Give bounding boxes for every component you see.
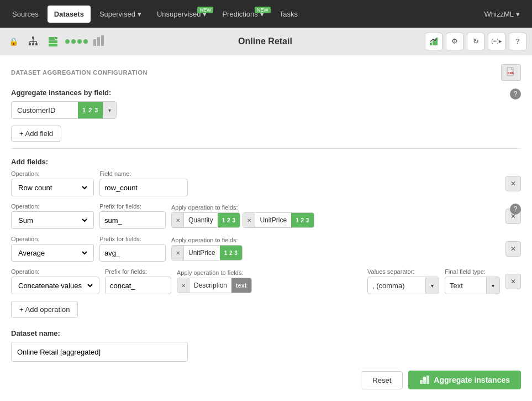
- tree-icon[interactable]: [25, 34, 41, 49]
- finaltype-arrow-icon[interactable]: ▾: [486, 277, 499, 294]
- svg-rect-0: [32, 37, 34, 39]
- op4-separator-label: Values separator:: [367, 268, 439, 275]
- operation-row-2: Operation: Sum Prefix for fields: Apply …: [11, 203, 521, 229]
- nav-tasks[interactable]: Tasks: [273, 6, 304, 23]
- op1-remove-button[interactable]: ✕: [505, 176, 521, 191]
- op2-operation-dropdown[interactable]: Sum: [16, 216, 89, 225]
- svg-rect-14: [97, 37, 100, 46]
- svg-rect-10: [49, 40, 57, 43]
- op4-fields-container: ✕ Description text: [177, 278, 362, 293]
- op4-separator-select[interactable]: , (comma) ▾: [367, 277, 439, 294]
- chevron-down-icon: ▾: [138, 10, 141, 18]
- predictions-badge: NEW: [255, 7, 271, 13]
- op3-operation-dropdown[interactable]: Average: [16, 248, 89, 258]
- chart-bars-icon: [92, 34, 106, 49]
- op4-operation-select[interactable]: Concatenate values: [11, 277, 99, 294]
- svg-point-19: [436, 37, 438, 39]
- op4-finaltype-value: Text: [445, 282, 486, 290]
- op2-prefix-group: Prefix for fields:: [99, 203, 166, 229]
- gear-button[interactable]: ⚙: [446, 33, 463, 50]
- op2-field-quantity-remove[interactable]: ✕: [172, 213, 184, 227]
- operation-row-1: Operation: Row count Field name: ✕: [11, 170, 521, 196]
- op1-operation-select[interactable]: Row count: [11, 179, 94, 196]
- op4-operation-dropdown[interactable]: Concatenate values: [16, 281, 94, 290]
- op2-operation-select[interactable]: Sum: [11, 211, 94, 229]
- op1-operation-group: Operation: Row count: [11, 170, 94, 196]
- op2-field-quantity-badge: 1 2 3: [218, 213, 240, 227]
- op3-field-unitprice-remove[interactable]: ✕: [172, 246, 184, 260]
- op4-prefix-input[interactable]: [105, 277, 171, 294]
- help-button[interactable]: ?: [509, 33, 526, 50]
- op4-operation-group: Operation: Concatenate values: [11, 268, 99, 294]
- op2-field-unitprice: ✕ UnitPrice 1 2 3: [243, 212, 314, 228]
- op4-remove-button[interactable]: ✕: [505, 274, 521, 289]
- op4-field-description-remove[interactable]: ✕: [177, 278, 189, 293]
- status-dots: [65, 39, 88, 44]
- main-content: DATASET AGGREGATION CONFIGURATION PDF ? …: [0, 55, 532, 401]
- op2-operation-group: Operation: Sum: [11, 203, 94, 229]
- layers-icon[interactable]: [45, 34, 61, 49]
- svg-point-12: [55, 37, 58, 40]
- bottom-actions: Reset Aggregate instances: [11, 371, 521, 389]
- nav-whizzml[interactable]: WhizzML ▾: [478, 6, 526, 23]
- op2-field-quantity: ✕ Quantity 1 2 3: [171, 212, 240, 228]
- op2-prefix-input[interactable]: [99, 211, 166, 229]
- aggregate-button[interactable]: Aggregate instances: [408, 371, 521, 389]
- op4-field-description-name: Description: [189, 282, 231, 289]
- op4-field-description: ✕ Description text: [177, 278, 252, 293]
- op2-field-quantity-name: Quantity: [184, 216, 218, 224]
- aggregate-field-selector[interactable]: CustomerID 1 2 3 ▾: [11, 101, 117, 119]
- nav-unsupervised[interactable]: Unsupervised ▾ NEW: [150, 6, 214, 23]
- op3-field-unitprice: ✕ UnitPrice 1 2 3: [171, 245, 243, 261]
- add-field-button[interactable]: + Add field: [11, 126, 61, 142]
- op3-operation-group: Operation: Average: [11, 236, 94, 262]
- op3-remove-button[interactable]: ✕: [505, 241, 521, 257]
- svg-rect-2: [32, 43, 34, 45]
- op3-prefix-input[interactable]: [99, 244, 166, 262]
- nav-predictions[interactable]: Predictions ▾ NEW: [215, 6, 270, 23]
- aggregate-field-arrow[interactable]: ▾: [103, 102, 116, 118]
- unsupervised-badge: NEW: [197, 7, 213, 13]
- svg-rect-3: [35, 43, 38, 45]
- svg-point-25: [423, 377, 426, 380]
- svg-rect-22: [420, 380, 423, 384]
- top-navigation: Sources Datasets Supervised ▾ Unsupervis…: [0, 0, 532, 28]
- op3-operation-label: Operation:: [11, 236, 94, 242]
- op4-prefix-label: Prefix for fields:: [105, 268, 171, 275]
- svg-rect-17: [433, 40, 435, 45]
- svg-rect-1: [29, 43, 31, 45]
- lock-icon[interactable]: 🔒: [6, 34, 21, 49]
- aggregate-field-name: CustomerID: [12, 106, 78, 114]
- nav-sources[interactable]: Sources: [6, 6, 45, 23]
- add-fields-label: Add fields:: [11, 158, 521, 166]
- nav-datasets[interactable]: Datasets: [48, 6, 91, 23]
- op4-finaltype-select[interactable]: Text ▾: [445, 277, 500, 294]
- help-icon-1[interactable]: ?: [510, 88, 521, 100]
- op4-finaltype-group: Final field type: Text ▾: [445, 268, 500, 294]
- op4-separator-value: , (comma): [368, 282, 425, 290]
- op2-field-unitprice-remove[interactable]: ✕: [243, 213, 255, 227]
- pdf-button[interactable]: PDF: [501, 64, 521, 81]
- help-icon-2[interactable]: ?: [510, 204, 521, 215]
- dataset-name-input[interactable]: [11, 342, 188, 362]
- op1-fieldname-input[interactable]: [99, 179, 188, 196]
- chart-settings-button[interactable]: [425, 33, 443, 50]
- section-header: DATASET AGGREGATION CONFIGURATION PDF: [11, 64, 521, 81]
- op3-field-unitprice-badge: 1 2 3: [220, 246, 243, 260]
- equals-button[interactable]: (=)▸: [488, 33, 505, 50]
- op1-operation-dropdown[interactable]: Row count: [16, 183, 89, 192]
- chevron-down-icon: ▾: [516, 10, 520, 18]
- reset-button[interactable]: Reset: [361, 371, 403, 389]
- op3-operation-select[interactable]: Average: [11, 244, 94, 262]
- op1-operation-label: Operation:: [11, 170, 94, 177]
- separator-arrow-icon[interactable]: ▾: [425, 277, 439, 294]
- operation-row-3: Operation: Average Prefix for fields: Ap…: [11, 236, 521, 262]
- op2-field-unitprice-badge: 1 2 3: [291, 213, 314, 227]
- op1-fieldname-group: Field name:: [99, 170, 188, 196]
- nav-supervised[interactable]: Supervised ▾: [93, 6, 148, 23]
- op2-apply-label: Apply operation to fields:: [171, 204, 500, 211]
- add-operation-button[interactable]: + Add operation: [11, 301, 78, 318]
- refresh-button[interactable]: ↻: [467, 33, 484, 50]
- op4-finaltype-label: Final field type:: [445, 268, 500, 275]
- op2-fields-container: ✕ Quantity 1 2 3 ✕ UnitPrice 1 2 3: [171, 212, 500, 228]
